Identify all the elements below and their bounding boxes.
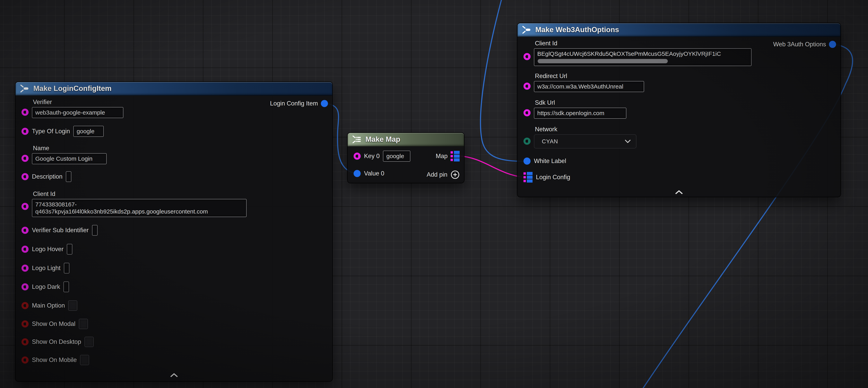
wire-map-to-login-config[interactable] [459,156,524,177]
pin-logo-dark[interactable] [22,283,29,290]
pin-sdk-url[interactable] [524,109,531,116]
pin-show-on-desktop[interactable] [22,338,29,346]
pin-login-config-item-output[interactable] [321,100,328,107]
main-option-checkbox[interactable] [68,300,77,311]
pin-network[interactable] [524,138,531,145]
verifier-sub-identifier-input[interactable] [92,225,98,236]
field-label: Show On Desktop [32,338,81,346]
node-make-web3authoptions[interactable]: Make Web3AuthOptions Web 3Auth Options C… [518,23,840,197]
pin-client-id[interactable] [524,53,531,60]
field-label: Show On Modal [32,320,75,327]
chevron-up-icon [169,373,179,378]
field-label: Value 0 [364,170,384,177]
pin-logo-light[interactable] [22,265,29,272]
field-label: White Label [534,157,566,165]
field-label: Show On Mobile [32,356,77,363]
row-logo-dark: Logo Dark [22,281,69,292]
node-title: Make Web3AuthOptions [535,26,619,34]
output-row-login-config-item: Login Config Item [270,100,328,107]
client-id-line2: q463s7kpvja16l4l0kko3nb925ikds2p.apps.go… [35,208,243,215]
pin-main-option[interactable] [22,302,29,309]
row-verifier-sub-identifier: Verifier Sub Identifier [22,225,98,236]
row-show-on-desktop: Show On Desktop [22,337,94,347]
node-make-loginconfigitem[interactable]: Make LoginConfigItem Login Config Item V… [16,82,332,381]
collapse-node-button[interactable] [169,373,179,378]
show-on-desktop-checkbox[interactable] [85,337,94,347]
client-id-input[interactable]: BEglQSgt4cUWcj6SKRdu5QkOXTsePmMcusG5EAoy… [534,48,751,66]
verifier-input[interactable]: web3auth-google-example [32,107,123,118]
logo-dark-input[interactable] [63,281,69,292]
field-label: Logo Light [32,265,61,272]
node-make-web3authoptions-header[interactable]: Make Web3AuthOptions [518,23,840,37]
node-make-map-header[interactable]: Make Map [348,133,464,147]
pin-value-0[interactable] [353,170,361,177]
row-name: Name Google Custom Login [22,145,106,164]
blueprint-graph-canvas[interactable]: Make LoginConfigItem Login Config Item V… [0,0,868,388]
row-login-config: Login Config [524,172,570,183]
row-logo-hover: Logo Hover [22,244,72,255]
field-label: Client Id [33,190,247,198]
redirect-url-input[interactable]: w3a://com.w3a.Web3AuthUnreal [534,81,644,92]
row-value-0: Value 0 [353,170,384,177]
map-pin-icon[interactable] [451,151,460,162]
show-on-modal-checkbox[interactable] [79,319,88,329]
make-struct-icon [20,84,30,93]
add-pin-label: Add pin [427,171,447,178]
row-key-0: Key 0 google [353,151,410,162]
horizontal-scrollbar[interactable] [538,59,668,63]
row-network: Network CYAN [524,126,637,148]
logo-light-input[interactable] [64,263,69,273]
pin-show-on-mobile[interactable] [22,356,29,363]
pin-web3auth-options-output[interactable] [829,41,836,48]
pin-client-id[interactable] [22,203,29,210]
node-make-map[interactable]: Make Map Key 0 google Value 0 Map Add pi… [348,133,464,183]
node-title: Make LoginConfigItem [33,84,112,93]
make-struct-icon [522,26,532,34]
output-label: Login Config Item [270,100,318,107]
pin-verifier-sub-identifier[interactable] [22,227,29,234]
field-label: Key 0 [364,153,380,160]
row-main-option: Main Option [22,300,77,311]
sdk-url-input[interactable]: https://sdk.openlogin.com [534,108,626,119]
chevron-down-icon [625,139,631,143]
collapse-node-button[interactable] [675,190,684,195]
pin-key-0[interactable] [353,153,361,160]
output-label: Map [436,153,447,160]
pin-type-of-login[interactable] [22,128,29,135]
pin-name[interactable] [22,155,29,162]
row-sdk-url: Sdk Url https://sdk.openlogin.com [524,99,626,119]
type-of-login-input[interactable]: google [73,126,104,137]
field-label: Logo Dark [32,283,60,290]
field-label: Verifier [33,98,123,106]
field-label: Redirect Url [535,72,644,80]
pin-white-label[interactable] [524,157,531,165]
node-make-loginconfigitem-header[interactable]: Make LoginConfigItem [16,82,332,96]
pin-verifier[interactable] [22,109,29,116]
key-0-input[interactable]: google [383,151,410,162]
field-label: Login Config [536,174,570,181]
client-id-line1: 774338308167- [35,201,243,208]
field-label: Type Of Login [32,128,70,135]
description-input[interactable] [66,171,71,182]
network-dropdown[interactable]: CYAN [534,134,637,148]
chevron-up-icon [675,190,684,195]
add-pin-row: Add pin [427,170,460,179]
show-on-mobile-checkbox[interactable] [80,355,89,365]
row-show-on-mobile: Show On Mobile [22,355,89,365]
output-label: Web 3Auth Options [773,41,826,48]
add-pin-icon[interactable] [451,170,460,179]
pin-logo-hover[interactable] [22,246,29,253]
row-description: Description [22,171,71,182]
row-white-label: White Label [524,157,566,165]
name-input[interactable]: Google Custom Login [32,153,106,164]
network-dropdown-value: CYAN [542,138,558,145]
pin-show-on-modal[interactable] [22,320,29,327]
map-pin-icon[interactable] [524,172,532,183]
field-label: Network [535,126,637,133]
client-id-input[interactable]: 774338308167- q463s7kpvja16l4l0kko3nb925… [32,199,247,217]
field-label: Name [33,145,106,152]
row-client-id: Client Id BEglQSgt4cUWcj6SKRdu5QkOXTsePm… [524,40,751,66]
pin-description[interactable] [22,173,29,180]
pin-redirect-url[interactable] [524,83,531,90]
logo-hover-input[interactable] [67,244,72,255]
